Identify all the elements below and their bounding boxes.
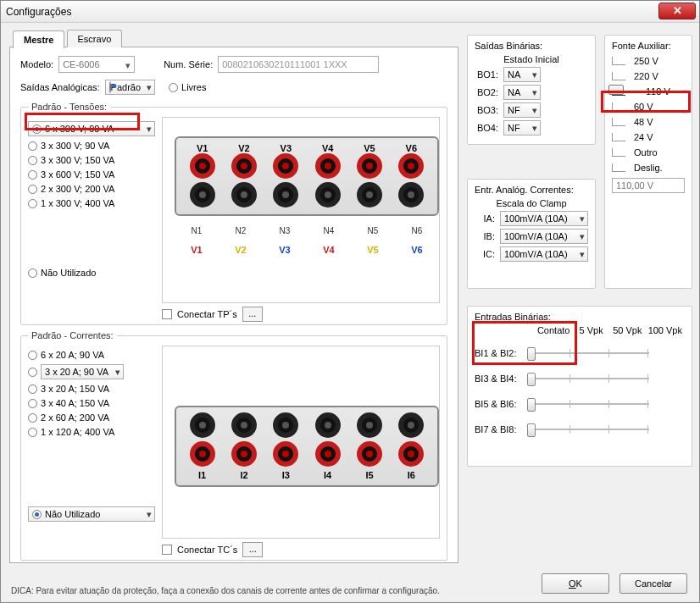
corr-opt-4[interactable]: 2 x 60 A; 200 VA bbox=[28, 412, 155, 423]
bi34-slider[interactable] bbox=[531, 371, 649, 386]
bo4-select[interactable]: NF bbox=[503, 120, 541, 136]
cancel-button[interactable]: Cancelar bbox=[619, 573, 687, 594]
tensoes-options: 6 x 300 V; 90 VA 3 x 300 V; 90 VA 3 x 30… bbox=[28, 117, 155, 282]
panel-entradas-bin: Entradas Binárias: Contato 5 Vpk 50 Vpk … bbox=[467, 306, 692, 467]
tensoes-legend: Padrão - Tensões: bbox=[28, 102, 110, 112]
tp-diagram: V1 V2 V3 V4 V5 V6 bbox=[162, 117, 440, 303]
corr-opt-2[interactable]: 3 x 20 A; 150 VA bbox=[28, 384, 155, 394]
tensao-nao-utilizado[interactable]: Não Utilizado bbox=[28, 268, 155, 278]
bi12-slider[interactable] bbox=[531, 346, 649, 361]
serial-label: Num. Série: bbox=[164, 59, 213, 69]
tensao-opt-0[interactable]: 6 x 300 V; 90 VA bbox=[28, 121, 155, 136]
title-bar: Configurações ✕ bbox=[1, 1, 699, 23]
bi78-slider[interactable] bbox=[531, 422, 649, 437]
aux-outro[interactable]: Outro bbox=[634, 147, 658, 158]
panel-fonte-aux: Fonte Auxiliar: 250 V 220 V 110 V 60 V 4… bbox=[604, 35, 692, 289]
tp-more-button[interactable]: ... bbox=[242, 307, 263, 322]
ia-select[interactable]: 100mV/A (10A) bbox=[500, 211, 588, 226]
corr-opt-5[interactable]: 1 x 120 A; 400 VA bbox=[28, 427, 155, 437]
button-bar: OK Cancelar bbox=[542, 573, 687, 594]
aux-value[interactable]: 110,00 V bbox=[612, 178, 685, 193]
group-correntes: Padrão - Correntes: 6 x 20 A; 90 VA 3 x … bbox=[20, 330, 447, 561]
bi56-slider[interactable] bbox=[531, 396, 649, 412]
aux-deslig[interactable]: Deslig. bbox=[634, 163, 663, 173]
aux-48[interactable]: 48 V bbox=[634, 117, 653, 127]
ok-button[interactable]: OK bbox=[542, 573, 609, 594]
model-combo[interactable]: CE-6006 bbox=[58, 56, 135, 73]
entradas-bin-legend: Entradas Binárias: bbox=[475, 312, 685, 322]
corr-opt-0[interactable]: 6 x 20 A; 90 VA bbox=[28, 350, 155, 360]
aux-slider-thumb[interactable] bbox=[608, 85, 624, 95]
model-label: Modelo: bbox=[20, 59, 53, 69]
bo1-select[interactable]: NA bbox=[503, 67, 541, 82]
ic-select[interactable]: 100mV/A (10A) bbox=[500, 246, 588, 262]
corr-opt-3[interactable]: 3 x 40 A; 150 VA bbox=[28, 398, 155, 408]
radio-livres[interactable]: Livres bbox=[169, 82, 206, 92]
tab-escravo[interactable]: Escravo bbox=[67, 30, 123, 47]
saidas-bin-legend: Saídas Binárias: bbox=[475, 41, 588, 51]
tensao-opt-3[interactable]: 3 x 600 V; 150 VA bbox=[28, 169, 155, 180]
aux-24[interactable]: 24 V bbox=[634, 132, 653, 142]
estado-inicial-label: Estado Inicial bbox=[475, 54, 588, 64]
entr-analog-legend: Entr. Analóg. Correntes: bbox=[475, 185, 588, 195]
correntes-legend: Padrão - Correntes: bbox=[28, 330, 117, 340]
tab-strip: Mestre Escravo bbox=[13, 30, 121, 47]
config-dialog: Configurações ✕ Mestre Escravo Modelo: C… bbox=[0, 0, 700, 603]
tab-mestre[interactable]: Mestre bbox=[13, 30, 64, 48]
panel-entr-analog: Entr. Analóg. Correntes: Escala do Clamp… bbox=[467, 179, 596, 289]
corr-opt-1[interactable]: 3 x 20 A; 90 VA bbox=[28, 364, 155, 379]
group-tensoes: Padrão - Tensões: 6 x 300 V; 90 VA 3 x 3… bbox=[20, 102, 447, 325]
radio-padrao[interactable]: Padrão bbox=[105, 80, 155, 95]
aux-60[interactable]: 60 V bbox=[634, 102, 653, 112]
hint-text: DICA: Para evitar atuação da proteção, f… bbox=[11, 586, 440, 595]
escala-clamp-label: Escala do Clamp bbox=[475, 198, 588, 208]
chk-conectar-tp[interactable] bbox=[162, 309, 172, 319]
tensao-opt-2[interactable]: 3 x 300 V; 150 VA bbox=[28, 155, 155, 165]
tc-more-button[interactable]: ... bbox=[242, 542, 263, 557]
serial-input[interactable]: 0080210630210111001 1XXX bbox=[218, 56, 379, 73]
tab-page-mestre: Modelo: CE-6006 Num. Série: 008021063021… bbox=[9, 47, 458, 563]
bo3-select[interactable]: NF bbox=[503, 102, 541, 118]
aux-110[interactable]: 110 V bbox=[646, 86, 670, 97]
corr-nao-utilizado[interactable]: Não Utilizado bbox=[28, 506, 155, 522]
chk-conectar-tc[interactable] bbox=[162, 545, 172, 555]
panel-saidas-binarias: Saídas Binárias: Estado Inicial BO1:NA B… bbox=[467, 35, 596, 145]
tc-diagram: I1 I2 I3 I4 I5 I6 bbox=[162, 346, 440, 539]
tensao-opt-5[interactable]: 1 x 300 V; 400 VA bbox=[28, 198, 155, 208]
window-title: Configurações bbox=[6, 6, 71, 18]
fonte-aux-legend: Fonte Auxiliar: bbox=[612, 41, 685, 51]
close-button[interactable]: ✕ bbox=[658, 3, 696, 19]
aux-250[interactable]: 250 V bbox=[634, 56, 658, 66]
conectar-tp-label: Conectar TP´s bbox=[177, 309, 237, 319]
bo2-select[interactable]: NA bbox=[503, 85, 541, 100]
tensao-opt-4[interactable]: 2 x 300 V; 200 VA bbox=[28, 184, 155, 194]
ib-select[interactable]: 100mV/A (10A) bbox=[500, 229, 588, 244]
aux-220[interactable]: 220 V bbox=[634, 71, 658, 81]
analog-out-label: Saídas Analógicas: bbox=[20, 82, 100, 92]
conectar-tc-label: Conectar TC´s bbox=[177, 545, 237, 555]
correntes-options: 6 x 20 A; 90 VA 3 x 20 A; 90 VA 3 x 20 A… bbox=[28, 346, 155, 526]
tensao-opt-1[interactable]: 3 x 300 V; 90 VA bbox=[28, 141, 155, 151]
